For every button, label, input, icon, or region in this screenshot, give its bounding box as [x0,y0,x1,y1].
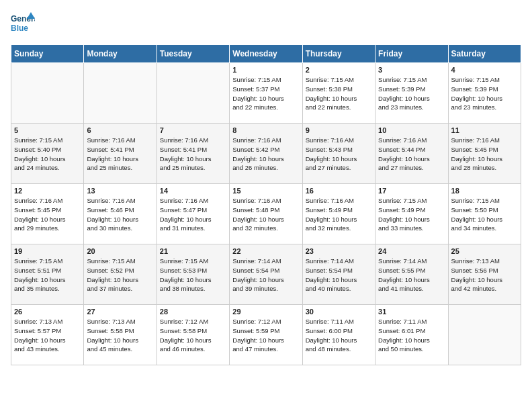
header-row: SundayMondayTuesdayWednesdayThursdayFrid… [11,45,521,63]
header-day-saturday: Saturday [448,45,521,63]
calendar-cell: 1Sunrise: 7:15 AM Sunset: 5:37 PM Daylig… [230,63,302,124]
calendar-cell: 10Sunrise: 7:16 AM Sunset: 5:44 PM Dayli… [375,124,448,184]
calendar-cell: 25Sunrise: 7:13 AM Sunset: 5:56 PM Dayli… [448,244,521,305]
calendar-cell: 20Sunrise: 7:15 AM Sunset: 5:52 PM Dayli… [84,244,157,305]
day-number: 24 [378,247,445,255]
day-info: Sunrise: 7:16 AM Sunset: 5:43 PM Dayligh… [306,136,372,173]
calendar-cell: 28Sunrise: 7:12 AM Sunset: 5:58 PM Dayli… [157,305,229,365]
day-number: 6 [87,126,153,134]
day-number: 16 [306,187,372,195]
calendar-cell: 12Sunrise: 7:16 AM Sunset: 5:45 PM Dayli… [11,184,84,244]
day-info: Sunrise: 7:13 AM Sunset: 5:58 PM Dayligh… [87,317,153,354]
day-number: 13 [87,187,153,195]
day-info: Sunrise: 7:16 AM Sunset: 5:41 PM Dayligh… [160,136,226,173]
calendar-cell: 16Sunrise: 7:16 AM Sunset: 5:49 PM Dayli… [302,184,375,244]
day-number: 2 [306,66,372,74]
day-number: 22 [232,247,299,255]
day-info: Sunrise: 7:16 AM Sunset: 5:45 PM Dayligh… [14,196,81,233]
calendar-table: SundayMondayTuesdayWednesdayThursdayFrid… [11,44,521,365]
day-number: 14 [160,187,226,195]
week-row: 19Sunrise: 7:15 AM Sunset: 5:51 PM Dayli… [11,244,521,305]
calendar-cell: 19Sunrise: 7:15 AM Sunset: 5:51 PM Dayli… [11,244,84,305]
day-number: 19 [14,247,81,255]
calendar-cell: 27Sunrise: 7:13 AM Sunset: 5:58 PM Dayli… [84,305,157,365]
calendar-cell: 8Sunrise: 7:16 AM Sunset: 5:42 PM Daylig… [230,124,302,184]
calendar-cell: 21Sunrise: 7:15 AM Sunset: 5:53 PM Dayli… [157,244,229,305]
logo: General Blue [11,11,35,36]
day-info: Sunrise: 7:16 AM Sunset: 5:41 PM Dayligh… [87,136,153,173]
calendar-header: SundayMondayTuesdayWednesdayThursdayFrid… [11,45,521,63]
day-number: 12 [14,187,81,195]
day-number: 9 [306,126,372,134]
calendar-cell: 5Sunrise: 7:15 AM Sunset: 5:40 PM Daylig… [11,124,84,184]
header-day-friday: Friday [375,45,448,63]
day-info: Sunrise: 7:15 AM Sunset: 5:49 PM Dayligh… [378,196,445,233]
day-info: Sunrise: 7:16 AM Sunset: 5:46 PM Dayligh… [87,196,153,233]
calendar-cell [11,63,84,124]
calendar-cell: 15Sunrise: 7:16 AM Sunset: 5:48 PM Dayli… [230,184,302,244]
day-info: Sunrise: 7:15 AM Sunset: 5:40 PM Dayligh… [14,136,81,173]
day-number: 23 [306,247,372,255]
day-info: Sunrise: 7:11 AM Sunset: 6:00 PM Dayligh… [306,317,372,354]
day-number: 5 [14,126,81,134]
calendar-cell: 13Sunrise: 7:16 AM Sunset: 5:46 PM Dayli… [84,184,157,244]
day-number: 25 [451,247,518,255]
calendar-cell [448,305,521,365]
calendar-cell: 11Sunrise: 7:16 AM Sunset: 5:45 PM Dayli… [448,124,521,184]
day-number: 18 [451,187,518,195]
day-number: 11 [451,126,518,134]
week-row: 5Sunrise: 7:15 AM Sunset: 5:40 PM Daylig… [11,124,521,184]
calendar-cell: 4Sunrise: 7:15 AM Sunset: 5:39 PM Daylig… [448,63,521,124]
day-number: 30 [306,308,372,316]
day-number: 17 [378,187,445,195]
day-info: Sunrise: 7:15 AM Sunset: 5:39 PM Dayligh… [451,75,518,112]
day-info: Sunrise: 7:14 AM Sunset: 5:54 PM Dayligh… [306,257,372,293]
day-number: 28 [160,308,226,316]
logo-svg: General Blue [11,11,35,36]
day-number: 27 [87,308,153,316]
calendar-cell [157,63,229,124]
day-info: Sunrise: 7:12 AM Sunset: 5:59 PM Dayligh… [232,317,299,354]
week-row: 26Sunrise: 7:13 AM Sunset: 5:57 PM Dayli… [11,305,521,365]
day-info: Sunrise: 7:16 AM Sunset: 5:44 PM Dayligh… [378,136,445,173]
calendar-cell: 30Sunrise: 7:11 AM Sunset: 6:00 PM Dayli… [302,305,375,365]
day-info: Sunrise: 7:16 AM Sunset: 5:42 PM Dayligh… [232,136,299,173]
day-info: Sunrise: 7:15 AM Sunset: 5:50 PM Dayligh… [451,196,518,233]
day-number: 10 [378,126,445,134]
day-number: 26 [14,308,81,316]
week-row: 1Sunrise: 7:15 AM Sunset: 5:37 PM Daylig… [11,63,521,124]
day-number: 21 [160,247,226,255]
day-number: 3 [378,66,445,74]
calendar-cell: 18Sunrise: 7:15 AM Sunset: 5:50 PM Dayli… [448,184,521,244]
day-info: Sunrise: 7:16 AM Sunset: 5:49 PM Dayligh… [306,196,372,233]
calendar-cell: 7Sunrise: 7:16 AM Sunset: 5:41 PM Daylig… [157,124,229,184]
calendar-cell: 9Sunrise: 7:16 AM Sunset: 5:43 PM Daylig… [302,124,375,184]
calendar-cell: 23Sunrise: 7:14 AM Sunset: 5:54 PM Dayli… [302,244,375,305]
day-info: Sunrise: 7:16 AM Sunset: 5:47 PM Dayligh… [160,196,226,233]
day-info: Sunrise: 7:15 AM Sunset: 5:51 PM Dayligh… [14,257,81,293]
calendar-cell: 3Sunrise: 7:15 AM Sunset: 5:39 PM Daylig… [375,63,448,124]
calendar-cell: 17Sunrise: 7:15 AM Sunset: 5:49 PM Dayli… [375,184,448,244]
day-info: Sunrise: 7:11 AM Sunset: 6:01 PM Dayligh… [378,317,445,354]
day-info: Sunrise: 7:16 AM Sunset: 5:48 PM Dayligh… [232,196,299,233]
calendar-cell: 29Sunrise: 7:12 AM Sunset: 5:59 PM Dayli… [230,305,302,365]
calendar-cell: 2Sunrise: 7:15 AM Sunset: 5:38 PM Daylig… [302,63,375,124]
header-day-tuesday: Tuesday [157,45,229,63]
calendar-cell: 22Sunrise: 7:14 AM Sunset: 5:54 PM Dayli… [230,244,302,305]
calendar-body: 1Sunrise: 7:15 AM Sunset: 5:37 PM Daylig… [11,63,521,365]
day-info: Sunrise: 7:12 AM Sunset: 5:58 PM Dayligh… [160,317,226,354]
day-info: Sunrise: 7:14 AM Sunset: 5:55 PM Dayligh… [378,257,445,293]
day-number: 4 [451,66,518,74]
svg-text:Blue: Blue [11,24,28,33]
day-info: Sunrise: 7:15 AM Sunset: 5:52 PM Dayligh… [87,257,153,293]
header-day-monday: Monday [84,45,157,63]
calendar-cell: 14Sunrise: 7:16 AM Sunset: 5:47 PM Dayli… [157,184,229,244]
day-info: Sunrise: 7:14 AM Sunset: 5:54 PM Dayligh… [232,257,299,293]
calendar-cell [84,63,157,124]
day-number: 8 [232,126,299,134]
week-row: 12Sunrise: 7:16 AM Sunset: 5:45 PM Dayli… [11,184,521,244]
day-number: 7 [160,126,226,134]
day-info: Sunrise: 7:15 AM Sunset: 5:53 PM Dayligh… [160,257,226,293]
page-header: General Blue [11,11,521,36]
header-day-wednesday: Wednesday [230,45,302,63]
